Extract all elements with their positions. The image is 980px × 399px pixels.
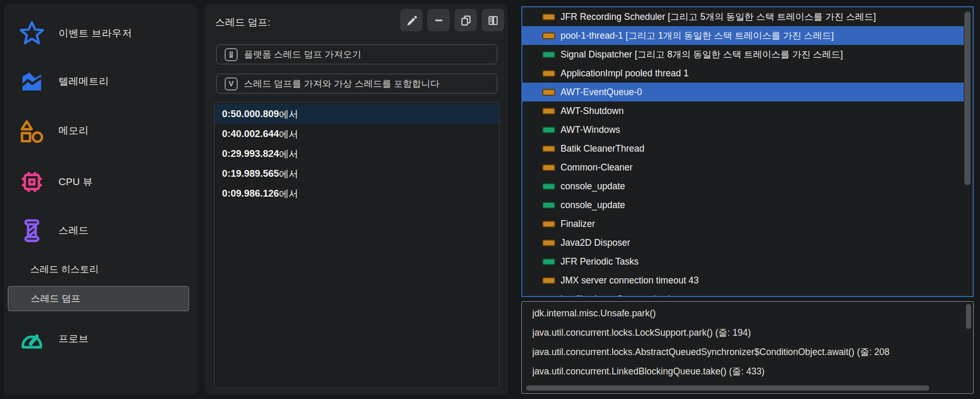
thread-state-icon <box>542 32 555 39</box>
thread-name: ApplicationImpl pooled thread 1 <box>561 68 689 79</box>
thread-name: Signal Dispatcher [그리고 8개의 동일한 스택 트레이스를 … <box>561 48 843 61</box>
compare-button[interactable] <box>482 9 504 31</box>
dump-list-item[interactable]: 0:40.002.644에서 <box>215 124 499 144</box>
gauge-icon <box>17 324 47 354</box>
dump-time: 0:19.989.565 <box>222 168 279 179</box>
sidebar-item-label: CPU 뷰 <box>59 175 93 189</box>
get-virtual-thread-dump-button[interactable]: V 스레드 덤프를 가져와 가상 스레드를 포함합니다 <box>216 74 497 94</box>
thread-list-scrollbar-thumb[interactable] <box>964 12 971 185</box>
thread-list-item[interactable]: jprofiler AgentCommunication <box>522 290 964 297</box>
sidebar-item-probes[interactable]: 프로브 <box>4 324 197 354</box>
dump-list-item[interactable]: 0:29.993.824에서 <box>215 144 499 164</box>
sidebar-item-event-browser[interactable]: 이벤트 브라우저 <box>4 19 197 48</box>
copy-icon <box>460 15 472 26</box>
sidebar-item-thread-dumps[interactable]: 스레드 덤프 <box>8 286 189 311</box>
virtual-thread-icon: V <box>225 77 238 90</box>
thread-name: JMX server connection timeout 43 <box>561 275 699 286</box>
button-label: 플랫폼 스레드 덤프 가져오기 <box>244 48 361 61</box>
thread-state-icon <box>542 240 555 246</box>
thread-list-item[interactable]: pool-1-thread-1 [그리고 1개의 동일한 스택 트레이스를 가진… <box>522 26 964 45</box>
thread-name: Batik CleanerThread <box>561 143 645 154</box>
thread-list-item[interactable]: AWT-Windows <box>522 120 964 139</box>
thread-state-icon <box>542 70 555 77</box>
thread-list-item[interactable]: AWT-Shutdown <box>522 101 964 120</box>
telemetry-icon <box>17 67 47 96</box>
thread-list-item[interactable]: ApplicationImpl pooled thread 1 <box>522 64 964 83</box>
sidebar-item-telemetry[interactable]: 텔레메트리 <box>4 67 197 96</box>
dump-time: 0:09.986.126 <box>222 188 279 199</box>
sidebar-item-memory[interactable]: 메모리 <box>4 116 197 145</box>
dump-time-suffix: 에서 <box>279 128 298 141</box>
thread-state-icon <box>542 89 555 96</box>
dump-time: 0:50.000.809 <box>222 108 279 120</box>
sidebar-item-thread-history[interactable]: 스레드 히스토리 <box>8 257 189 282</box>
thread-state-icon <box>542 202 555 209</box>
dump-time: 0:29.993.824 <box>222 148 279 159</box>
stack-trace-line: java.util.concurrent.LinkedBlockingQueue… <box>532 362 963 381</box>
sidebar-subitem-label: 스레드 덤프 <box>31 292 80 305</box>
dump-time-suffix: 에서 <box>279 108 298 121</box>
thread-list-item[interactable]: console_update <box>522 196 964 214</box>
thread-list-item[interactable]: JFR Recording Scheduler [그리고 5개의 동일한 스택 … <box>522 7 964 26</box>
stack-trace-line: java.util.concurrent.locks.LockSupport.p… <box>532 323 963 343</box>
thread-dumps-panel: 스레드 덤프: 플랫폼 스레드 덤프 가져오기 V 스레드 덤프를 가져와 가상… <box>205 4 508 395</box>
thread-name: Java2D Disposer <box>561 237 630 248</box>
thread-state-icon <box>542 183 555 190</box>
stack-trace-lines: jdk.internal.misc.Unsafe.park()java.util… <box>532 304 963 384</box>
sidebar-item-cpu-views[interactable]: CPU 뷰 <box>4 167 197 197</box>
thread-name: console_update <box>561 181 625 192</box>
dump-list-item[interactable]: 0:50.000.809에서 <box>215 104 499 124</box>
dump-toolbar <box>400 9 504 31</box>
thread-list-item[interactable]: Finalizer <box>522 214 964 233</box>
thread-name: AWT-Shutdown <box>561 106 624 117</box>
thread-list-item[interactable]: Batik CleanerThread <box>522 139 964 158</box>
thread-list-item[interactable]: Signal Dispatcher [그리고 8개의 동일한 스택 트레이스를 … <box>522 45 964 64</box>
thread-state-icon <box>542 145 555 152</box>
thread-list-item[interactable]: Java2D Disposer <box>522 233 964 252</box>
book-compare-icon <box>487 15 499 26</box>
sidebar-item-label: 이벤트 브라우저 <box>59 27 132 40</box>
stack-vscrollbar-thumb[interactable] <box>966 304 971 329</box>
copy-button[interactable] <box>454 9 477 31</box>
platform-thread-icon <box>225 48 238 61</box>
dump-time-suffix: 에서 <box>279 147 298 161</box>
stack-trace-line: jdk.internal.misc.Unsafe.park() <box>532 304 963 323</box>
stack-trace-line: java.util.concurrent.ThreadPoolExecutor.… <box>532 381 963 384</box>
stack-trace-panel: jdk.internal.misc.Unsafe.park()java.util… <box>521 301 974 394</box>
thread-spool-icon <box>17 216 47 245</box>
sidebar-item-label: 프로브 <box>59 332 89 346</box>
edit-button[interactable] <box>400 9 423 31</box>
thread-name: jprofiler AgentCommunication <box>561 294 680 298</box>
thread-state-icon <box>542 221 555 227</box>
thread-name: Finalizer <box>561 219 595 230</box>
memory-icon <box>17 116 47 145</box>
thread-list-item[interactable]: console_update <box>522 177 964 196</box>
thread-state-icon <box>542 108 555 115</box>
thread-rows: JFR Recording Scheduler [그리고 5개의 동일한 스택 … <box>522 7 973 297</box>
dump-time: 0:40.002.644 <box>222 128 279 140</box>
remove-button[interactable] <box>427 9 450 31</box>
button-label: 스레드 덤프를 가져와 가상 스레드를 포함합니다 <box>244 77 439 90</box>
thread-list-item[interactable]: Common-Cleaner <box>522 158 964 177</box>
thread-list-item[interactable]: JMX server connection timeout 43 <box>522 271 964 290</box>
sidebar-item-label: 텔레메트리 <box>59 75 109 88</box>
thread-list-item[interactable]: JFR Periodic Tasks <box>522 252 964 271</box>
dump-list-item[interactable]: 0:09.986.126에서 <box>215 184 499 203</box>
sidebar: 이벤트 브라우저 텔레메트리 메모리 CPU 뷰 스레드 스레드 히스토리 스레… <box>4 4 197 395</box>
thread-list-item[interactable]: AWT-EventQueue-0 <box>522 83 964 101</box>
pencil-icon <box>406 15 417 26</box>
cpu-chip-icon <box>17 167 47 197</box>
get-platform-thread-dump-button[interactable]: 플랫폼 스레드 덤프 가져오기 <box>216 44 497 64</box>
sidebar-item-threads[interactable]: 스레드 <box>4 216 197 245</box>
thread-dump-list: 0:50.000.809에서0:40.002.644에서0:29.993.824… <box>214 102 499 388</box>
thread-state-icon <box>542 164 555 171</box>
stack-trace-line: java.util.concurrent.locks.AbstractQueue… <box>532 343 963 362</box>
thread-list: JFR Recording Scheduler [그리고 5개의 동일한 스택 … <box>521 6 974 297</box>
dump-list-item[interactable]: 0:19.989.565에서 <box>215 164 499 184</box>
thread-state-icon <box>542 51 555 58</box>
dump-time-suffix: 에서 <box>279 167 298 180</box>
dump-time-suffix: 에서 <box>279 187 298 200</box>
thread-name: AWT-Windows <box>561 124 620 135</box>
thread-name: Common-Cleaner <box>561 162 633 173</box>
stack-hscrollbar-thumb[interactable] <box>526 385 929 391</box>
